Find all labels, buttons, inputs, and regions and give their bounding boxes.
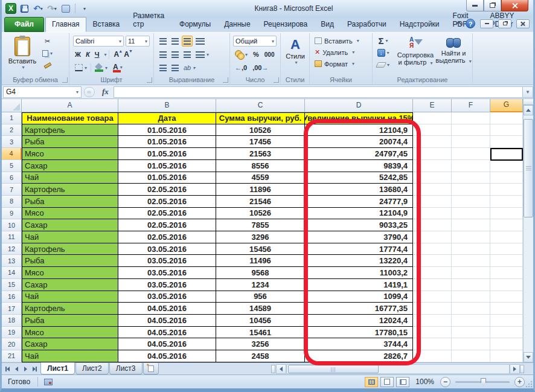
grid-cell[interactable]: 4559 [216, 172, 305, 184]
excel-logo-icon[interactable]: X [5, 3, 16, 14]
normal-view-button[interactable] [365, 377, 378, 387]
formula-input[interactable] [114, 86, 522, 98]
row-header-20[interactable]: 20 [2, 338, 22, 350]
grid-cell[interactable] [490, 291, 523, 303]
grid-cell[interactable]: 15461 [216, 327, 305, 339]
tab-Вставка[interactable]: Вставка [86, 17, 127, 32]
wrap-text-button[interactable] [194, 36, 207, 47]
grid-cell[interactable]: 03.05.2016 [118, 267, 216, 279]
grid-cell[interactable] [490, 315, 523, 327]
grid-cell[interactable]: Картофель [22, 243, 118, 255]
grid-cell[interactable] [452, 196, 490, 208]
clipboard-dialog-launcher-icon[interactable] [62, 77, 68, 83]
align-left-button[interactable] [158, 49, 168, 60]
page-break-view-button[interactable] [396, 377, 409, 387]
grid-cell[interactable]: 3296 [216, 231, 305, 243]
grid-cell[interactable]: Рыба [22, 255, 118, 267]
grid-cell[interactable] [413, 219, 452, 231]
workbook-restore-button[interactable] [498, 19, 511, 28]
grid-cell[interactable] [413, 196, 452, 208]
grid-cell[interactable]: 956 [216, 291, 305, 303]
row-header-16[interactable]: 16 [2, 291, 22, 303]
grid-cell[interactable]: 9839,4 [305, 160, 413, 172]
row-header-9[interactable]: 9 [2, 208, 22, 220]
tab-Рецензирова[interactable]: Рецензирова [257, 17, 315, 32]
zoom-level[interactable]: 100% [412, 378, 438, 386]
row-header-4[interactable]: 4 [2, 148, 22, 160]
grid-cell[interactable]: 5242,85 [305, 172, 413, 184]
grid-cell[interactable]: Чай [22, 291, 118, 303]
row-header-10[interactable]: 10 [2, 219, 22, 231]
row-header-13[interactable]: 13 [2, 255, 22, 267]
fill-color-button[interactable]: ▾ [93, 62, 109, 73]
expand-formula-bar-button[interactable]: ▼ [522, 86, 533, 98]
grid-cell[interactable]: 13220,4 [305, 255, 413, 267]
row-header-8[interactable]: 8 [2, 196, 22, 208]
row-header-14[interactable]: 14 [2, 267, 22, 279]
grid-cell[interactable] [490, 338, 523, 350]
grid-cell[interactable]: Сахар [22, 338, 118, 350]
grid-cell[interactable]: 8556 [216, 160, 305, 172]
row-header-19[interactable]: 19 [2, 327, 22, 339]
grid-cell[interactable]: Сахар [22, 219, 118, 231]
grid-cell[interactable]: 12104,9 [305, 124, 413, 137]
accounting-format-button[interactable]: ▾ [233, 49, 249, 60]
format-painter-button[interactable] [40, 60, 54, 71]
paste-button[interactable]: Вставить ▾ [7, 34, 38, 73]
column-header-D[interactable]: D [305, 99, 413, 112]
table-header-cell[interactable]: Увеличение выручки на 15% [305, 112, 413, 124]
next-sheet-button[interactable] [22, 365, 30, 373]
row-header-11[interactable]: 11 [2, 231, 22, 243]
tab-Главная[interactable]: Главная [45, 17, 86, 32]
grid-cell[interactable] [452, 231, 490, 243]
sheet-tab-Лист3[interactable]: Лист3 [109, 363, 143, 374]
grid-cell[interactable] [452, 291, 490, 303]
scroll-left-button[interactable] [276, 364, 286, 374]
comma-style-button[interactable]: 000 [263, 49, 277, 60]
grid-cell[interactable] [413, 303, 452, 315]
borders-button[interactable]: ▾ [73, 62, 89, 73]
alignment-dialog-launcher-icon[interactable] [223, 77, 228, 83]
grid-cell[interactable]: 02.05.2016 [118, 196, 216, 208]
underline-button[interactable]: Ч [93, 49, 101, 60]
grid-cell[interactable] [490, 279, 523, 291]
column-header-A[interactable]: A [22, 99, 118, 112]
grid-cell[interactable] [452, 112, 490, 124]
grid-cell[interactable]: 24797,45 [305, 148, 413, 160]
grid-cell[interactable]: 04.05.2016 [118, 315, 216, 327]
grid-cell[interactable]: 9033,25 [305, 219, 413, 231]
grid-cell[interactable]: 17780,15 [305, 327, 413, 339]
grid-cell[interactable] [413, 243, 452, 255]
percent-style-button[interactable]: % [251, 49, 261, 60]
grid-cell[interactable] [490, 255, 523, 267]
grid-cell[interactable]: 02.05.2016 [118, 184, 216, 196]
grid-cell[interactable] [490, 219, 523, 231]
grid-cell[interactable]: 1234 [216, 279, 305, 291]
grid-cell[interactable]: Рыба [22, 196, 118, 208]
customize-qat-button[interactable]: ▾ [78, 3, 91, 14]
horizontal-split-handle[interactable] [520, 365, 524, 373]
grid-cell[interactable]: 03.05.2016 [118, 255, 216, 267]
grid-cell[interactable]: 11003,2 [305, 267, 413, 279]
grid-cell[interactable] [452, 172, 490, 184]
grid-cell[interactable]: 3790,4 [305, 231, 413, 243]
grid-cell[interactable] [452, 338, 490, 350]
clear-button[interactable]: ▾ [375, 59, 391, 70]
row-header-5[interactable]: 5 [2, 160, 22, 172]
scroll-right-button[interactable] [510, 364, 520, 374]
row-header-2[interactable]: 2 [2, 124, 22, 137]
horizontal-scroll-track[interactable] [286, 364, 510, 374]
align-top-button[interactable] [158, 36, 168, 47]
vertical-scroll-thumb[interactable] [524, 119, 533, 217]
insert-function-button[interactable]: fx [97, 87, 114, 97]
row-header-21[interactable]: 21 [2, 350, 22, 362]
row-header-12[interactable]: 12 [2, 243, 22, 255]
align-right-button[interactable] [182, 49, 193, 60]
font-size-select[interactable]: 11▾ [126, 36, 150, 47]
align-middle-button[interactable] [170, 36, 181, 47]
grid-cell[interactable] [452, 124, 490, 137]
autosum-button[interactable]: Σ▾ [375, 35, 391, 46]
previous-sheet-button[interactable] [13, 365, 21, 373]
grid-cell[interactable]: Рыба [22, 315, 118, 327]
grid-cell[interactable]: 12104,9 [305, 208, 413, 220]
